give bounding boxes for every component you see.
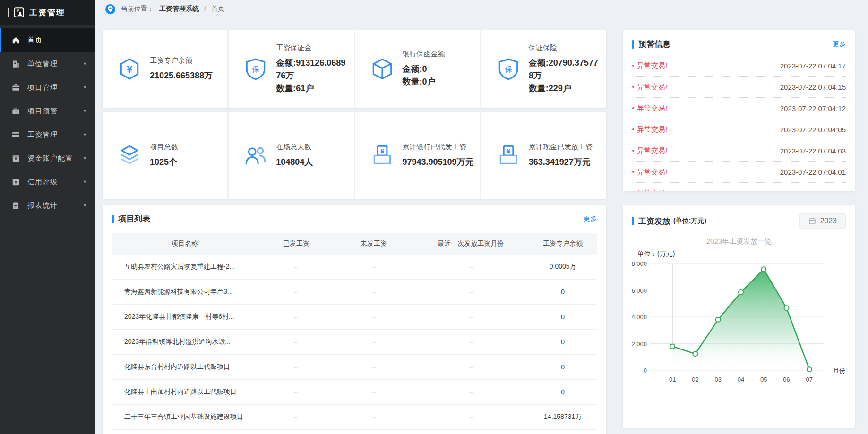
svg-text:月份: 月份 bbox=[833, 367, 845, 374]
alert-timestamp: 2023-07-22 07:04:12 bbox=[780, 104, 846, 112]
table-row: 化隆县上曲加村村内道路以工代赈项目 -- -- -- 0 bbox=[112, 380, 597, 405]
alert-list: 异常交易! 2023-07-22 07:04:17 异常交易! 2023-07-… bbox=[623, 55, 855, 191]
stat-value: 金额:0数量:0户 bbox=[403, 63, 445, 88]
table-row: 青海鑫园新能源科技有限公司年产3... -- -- -- 0 bbox=[112, 280, 597, 305]
chevron-down-icon: ▼ bbox=[83, 203, 87, 208]
cell-project-name: 化隆县东台村村内道路以工代赈项目 bbox=[112, 363, 258, 371]
alert-message: 异常交易! bbox=[632, 61, 667, 70]
alert-timestamp: 2023-07-22 07:04:03 bbox=[780, 147, 846, 155]
alert-dot-icon bbox=[632, 128, 634, 130]
alert-item[interactable]: 异常交易! 2023-07-22 07:04:01 bbox=[632, 162, 846, 183]
alert-item[interactable]: 异常交易! 2023-07-22 07:04:12 bbox=[632, 98, 846, 119]
cell-last-month: -- bbox=[413, 288, 529, 296]
sidebar-item-信用评级[interactable]: ¥ 信用评级 ▼ bbox=[0, 170, 95, 194]
alert-dot-icon bbox=[632, 65, 634, 67]
alert-timestamp: 2023-07-22 07:04:01 bbox=[780, 168, 846, 176]
cell-last-month: -- bbox=[413, 363, 529, 371]
chevron-down-icon: ▼ bbox=[83, 132, 87, 137]
cell-balance: 0.0005万 bbox=[529, 263, 597, 271]
project-icon bbox=[11, 83, 20, 92]
sidebar-item-单位管理[interactable]: 单位管理 ▼ bbox=[0, 52, 95, 76]
svg-text:保: 保 bbox=[505, 65, 512, 73]
panel-accent-bar bbox=[112, 215, 114, 223]
cell-last-month: -- bbox=[413, 388, 529, 396]
alert-item[interactable]: 异常交易! 2023-07-22 07:04:17 bbox=[632, 55, 846, 77]
salary-card-icon bbox=[11, 130, 20, 139]
stat-card: 项目总数 1025个 bbox=[103, 112, 227, 199]
stat-value: 21025.665388万 bbox=[150, 69, 213, 82]
alert-message: 异常交易! bbox=[632, 125, 667, 134]
layers-icon bbox=[118, 144, 141, 167]
svg-text:¥: ¥ bbox=[380, 147, 384, 154]
report-icon bbox=[11, 201, 20, 210]
stat-value: 363.341927万元 bbox=[529, 156, 593, 169]
cell-unpaid: -- bbox=[335, 313, 413, 321]
stat-title: 累计银行已代发工资 bbox=[403, 143, 474, 152]
project-list-title: 项目列表 bbox=[118, 213, 150, 224]
stat-value: 金额:20790.375778万数量:229户 bbox=[529, 57, 602, 95]
stat-card: ¥ 工资专户余额 21025.665388万 bbox=[103, 30, 227, 108]
stat-card: ¥ 累计现金已发放工资 363.341927万元 bbox=[481, 112, 606, 199]
stat-value: 104804人 bbox=[276, 156, 313, 169]
sidebar-item-项目管理[interactable]: 项目管理 ▼ bbox=[0, 76, 95, 99]
alert-item[interactable]: 异常交易! 2023-07-22 07:03:50 bbox=[632, 183, 846, 191]
svg-text:¥: ¥ bbox=[507, 147, 510, 154]
alerts-title: 预警信息 bbox=[638, 39, 670, 50]
panel-accent-bar bbox=[632, 40, 634, 49]
chevron-down-icon: ▼ bbox=[83, 156, 87, 161]
chevron-down-icon: ▼ bbox=[83, 61, 87, 66]
sidebar-menu: 首页 ▼ 单位管理 ▼ 项目管理 ▼ 项目预警 ▼ 工资管理 ▼ ¥ 资金账户配… bbox=[0, 25, 95, 217]
chevron-down-icon: ▼ bbox=[83, 179, 87, 184]
stat-title: 保证保险 bbox=[529, 43, 602, 52]
stat-card: ¥ 累计银行已代发工资 97943.905109万元 bbox=[355, 112, 480, 199]
stat-title: 工资专户余额 bbox=[150, 56, 213, 65]
svg-text:2,000: 2,000 bbox=[631, 340, 647, 348]
project-table: 项目名称已发工资未发工资最近一次发放工资月份工资专户余额 互助县农村公路灾后恢复… bbox=[103, 230, 606, 430]
sidebar-item-首页[interactable]: 首页 ▼ bbox=[0, 28, 95, 52]
alerts-more-link[interactable]: 更多 bbox=[833, 40, 846, 49]
alert-item[interactable]: 异常交易! 2023-07-22 07:04:15 bbox=[632, 77, 846, 98]
sidebar-item-工资管理[interactable]: 工资管理 ▼ bbox=[0, 123, 95, 146]
table-row: 2023年群科镇滩北村溢洪道沟水毁... -- -- -- 0 bbox=[112, 330, 597, 355]
salary-panel-unit: (单位:万元) bbox=[673, 217, 706, 225]
stat-card: 银行保函金额 金额:0数量:0户 bbox=[355, 30, 480, 108]
cell-paid: -- bbox=[258, 288, 335, 296]
svg-text:2023年工资发放一览: 2023年工资发放一览 bbox=[706, 237, 772, 245]
cell-project-name: 互助县农村公路灾后恢复重建工程-2... bbox=[112, 263, 258, 271]
alert-item[interactable]: 异常交易! 2023-07-22 07:04:03 bbox=[632, 140, 846, 162]
svg-text:¥: ¥ bbox=[16, 8, 19, 13]
alert-dot-icon bbox=[632, 150, 634, 152]
cell-unpaid: -- bbox=[335, 263, 413, 271]
breadcrumb-current: 首页 bbox=[211, 5, 224, 13]
stat-card: 在场总人数 104804人 bbox=[229, 112, 353, 199]
alert-dot-icon bbox=[632, 86, 634, 88]
stat-title: 累计现金已发放工资 bbox=[529, 143, 593, 152]
sidebar-item-项目预警[interactable]: 项目预警 ▼ bbox=[0, 99, 95, 123]
cell-balance: 0 bbox=[529, 338, 597, 346]
table-row: 互助县农村公路灾后恢复重建工程-2... -- -- -- 0.0005万 bbox=[112, 255, 597, 280]
alert-item[interactable]: 异常交易! 2023-07-22 07:04:05 bbox=[632, 119, 846, 140]
cell-project-name: 二十三年三合镇工业园基础设施建设项目 bbox=[112, 413, 258, 421]
year-select-value: 2023 bbox=[820, 217, 837, 225]
cell-balance: 0 bbox=[529, 313, 597, 321]
shield-bao-icon: 保 bbox=[497, 57, 520, 81]
location-pin-icon bbox=[105, 4, 116, 15]
sidebar-item-报表统计[interactable]: 报表统计 ▼ bbox=[0, 194, 95, 217]
sidebar-item-资金账户配置[interactable]: ¥ 资金账户配置 ▼ bbox=[0, 146, 95, 170]
year-select[interactable]: 2023 bbox=[799, 213, 846, 229]
stat-title: 工资保证金 bbox=[276, 43, 350, 52]
cell-unpaid: -- bbox=[335, 413, 413, 421]
chevron-down-icon: ▼ bbox=[83, 109, 87, 113]
svg-text:06: 06 bbox=[783, 376, 790, 383]
table-row: 二十三年三合镇工业园基础设施建设项目 -- -- -- 14.158731万 bbox=[112, 405, 597, 430]
breadcrumb-root-link[interactable]: 工资管理系统 bbox=[159, 5, 199, 13]
cell-unpaid: -- bbox=[335, 338, 413, 346]
calendar-icon bbox=[808, 217, 816, 225]
svg-text:¥: ¥ bbox=[127, 64, 132, 75]
table-row: 2023年化隆县甘都镇隆康一村等6村... -- -- -- 0 bbox=[112, 305, 597, 330]
stat-card: 保 保证保险 金额:20790.375778万数量:229户 bbox=[481, 30, 606, 108]
project-list-more-link[interactable]: 更多 bbox=[584, 215, 597, 223]
svg-text:01: 01 bbox=[669, 376, 676, 383]
salary-panel-title: 工资发放 bbox=[638, 216, 670, 227]
cell-project-name: 2023年群科镇滩北村溢洪道沟水毁... bbox=[112, 338, 258, 346]
